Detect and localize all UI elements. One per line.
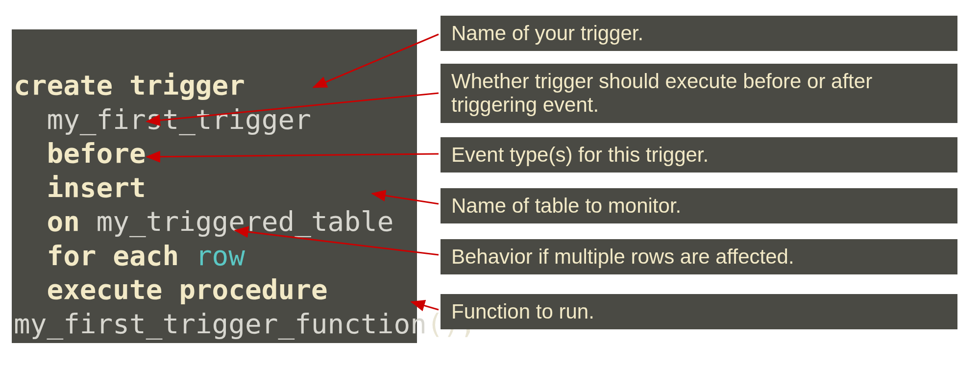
callout-trigger-name: Name of your trigger. (441, 16, 957, 51)
code-ident-table-name: my_triggered_table (97, 205, 394, 237)
code-block: create trigger my_first_trigger before i… (12, 29, 417, 343)
callout-before-after: Whether trigger should execute before or… (441, 64, 957, 123)
code-keyword-insert: insert (47, 172, 146, 203)
callout-function: Function to run. (441, 294, 957, 329)
code-keyword-execute-procedure: execute procedure (47, 273, 327, 305)
code-keyword-for-each: for each (47, 240, 179, 271)
callout-table-name: Name of table to monitor. (441, 188, 957, 223)
code-keyword-row: row (196, 240, 245, 271)
callout-event-type: Event type(s) for this trigger. (441, 137, 957, 173)
callout-behavior: Behavior if multiple rows are affected. (441, 239, 957, 274)
code-keyword-create-trigger: create trigger (14, 69, 245, 101)
code-ident-trigger-name: my_first_trigger (47, 103, 311, 135)
code-keyword-before: before (47, 137, 146, 169)
code-ident-function-name: my_first_trigger_function (14, 308, 427, 340)
code-keyword-on: on (47, 205, 79, 237)
